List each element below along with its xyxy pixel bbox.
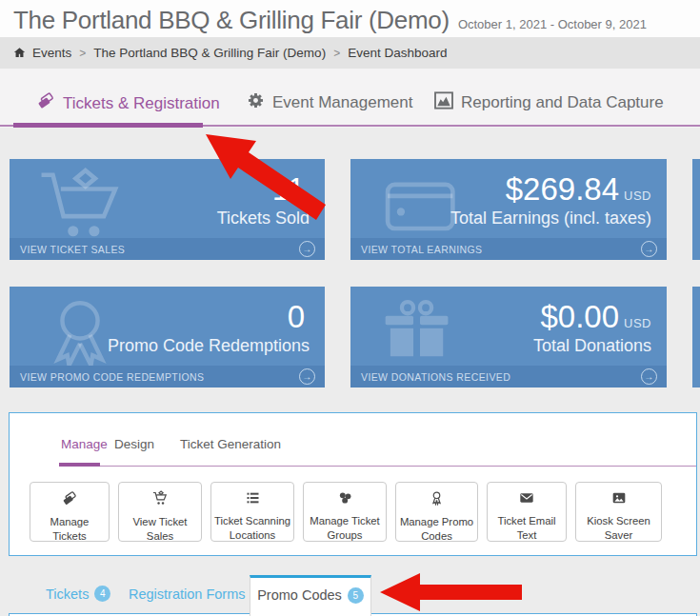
manage-ticket-groups-button[interactable]: Manage Ticket Groups [303, 482, 387, 542]
stat-value: $0.00 [540, 299, 619, 334]
tab-promo-codes[interactable]: Promo Codes 5 [250, 575, 371, 616]
view-donations-received-link[interactable]: VIEW DONATIONS RECEIVED → [350, 366, 667, 387]
stat-value-line: $0.00USD [540, 300, 651, 334]
view-ticket-sales-button[interactable]: View Ticket Sales [118, 482, 202, 542]
stat-value-line: $269.84USD [506, 172, 651, 207]
tab-event-management[interactable]: Event Management [247, 91, 412, 114]
breadcrumb-events[interactable]: Events [32, 46, 71, 60]
event-date-range: October 1, 2021 - October 9, 2021 [458, 17, 647, 31]
circles-cluster-icon [337, 490, 353, 509]
breadcrumb: Events > The Portland BBQ & Grilling Fai… [0, 37, 700, 69]
main-tab-bar: Tickets & Registration E [0, 69, 700, 128]
stat-value-line: 0 [288, 300, 310, 334]
stat-card-partial [692, 159, 700, 260]
stat-label: Promo Code Redemptions [108, 336, 310, 356]
button-label: Manage Tickets [30, 515, 109, 543]
tab-reporting-and-data-capture[interactable]: Reporting and Data Capture [434, 91, 664, 114]
tab-label: Registration Forms [129, 586, 245, 602]
panel-tab-design[interactable]: Design [114, 437, 154, 451]
stat-card-promo-code-redemptions: 0 Promo Code Redemptions VIEW PROMO CODE… [10, 287, 325, 387]
ticket-email-text-button[interactable]: Ticket Email Text [487, 482, 567, 542]
button-label: Kiosk Screen Saver [576, 514, 661, 542]
arrow-circle-right-icon: → [641, 241, 657, 257]
ticket-scanning-locations-button[interactable]: Ticket Scanning Locations [210, 482, 294, 542]
arrow-circle-right-icon: → [299, 368, 315, 385]
shopping-cart-icon [151, 490, 169, 510]
button-label: Manage Ticket Groups [304, 514, 386, 542]
tab-tickets-and-registration[interactable]: Tickets & Registration [36, 91, 220, 115]
arrow-circle-right-icon: → [299, 241, 315, 257]
page-header: The Portland BBQ & Grilling Fair (Demo)O… [0, 0, 700, 37]
card-footer-label: VIEW TICKET SALES [20, 244, 125, 255]
view-ticket-sales-link[interactable]: VIEW TICKET SALES → [10, 238, 325, 260]
view-promo-code-redemptions-link[interactable]: VIEW PROMO CODE REDEMPTIONS → [10, 366, 325, 387]
manage-promo-codes-button[interactable]: Manage Promo Codes [395, 482, 478, 542]
stat-label: Tickets Sold [217, 209, 310, 229]
gear-icon [247, 91, 265, 114]
panel-active-tab-underline [59, 463, 100, 467]
card-footer-label: VIEW DONATIONS RECEIVED [361, 371, 510, 383]
area-chart-icon [434, 91, 453, 114]
promo-codes-count-badge: 5 [348, 587, 364, 604]
stat-card-content: $0.00USD Total Donations [350, 290, 651, 366]
image-icon [610, 490, 628, 509]
tickets-tools-panel: Manage Design Ticket Generation Manage T… [9, 412, 697, 556]
arrow-circle-right-icon: → [641, 368, 657, 385]
panel-tab-manage[interactable]: Manage [61, 437, 108, 451]
panel-tab-ticket-generation[interactable]: Ticket Generation [180, 437, 281, 451]
stat-value: $269.84 [506, 171, 619, 207]
tab-label: Tickets [46, 586, 89, 602]
kiosk-screen-saver-button[interactable]: Kiosk Screen Saver [575, 482, 662, 542]
stat-currency: USD [624, 189, 651, 203]
stat-card-total-earnings: $269.84USD Total Earnings (incl. taxes) … [350, 159, 667, 260]
tab-tickets[interactable]: Tickets 4 [46, 586, 110, 602]
tab-label: Event Management [272, 93, 412, 112]
breadcrumb-current-page: Event Dashboard [348, 46, 447, 60]
stat-value: 11 [272, 171, 305, 207]
stat-card-content: 11 Tickets Sold [10, 163, 310, 238]
panel-tab-divider-line [59, 466, 696, 467]
ticket-tools-button-row: Manage Tickets View Ticket Sales [30, 482, 662, 542]
tab-registration-forms[interactable]: Registration Forms 1 [129, 586, 267, 602]
card-footer-label: VIEW TOTAL EARNINGS [361, 244, 482, 255]
tab-label: Reporting and Data Capture [461, 93, 664, 112]
tickets-icon [61, 490, 78, 510]
card-footer-label: VIEW PROMO CODE REDEMPTIONS [20, 371, 204, 383]
breadcrumb-separator: > [333, 47, 340, 60]
stat-card-content: $269.84USD Total Earnings (incl. taxes) [350, 163, 651, 238]
tickets-count-badge: 4 [94, 586, 110, 602]
tab-label: Promo Codes [257, 587, 342, 603]
stat-currency: USD [624, 316, 651, 330]
button-label: Ticket Scanning Locations [211, 514, 293, 542]
stat-card-total-donations: $0.00USD Total Donations VIEW DONATIONS … [350, 287, 667, 387]
stat-label: Total Earnings (incl. taxes) [450, 209, 651, 229]
breadcrumb-separator: > [79, 47, 86, 60]
manage-tickets-button[interactable]: Manage Tickets [30, 482, 110, 542]
award-ribbon-icon [429, 490, 445, 510]
tickets-icon [36, 91, 55, 115]
active-tab-underline [13, 123, 203, 128]
button-label: Ticket Email Text [488, 514, 566, 542]
red-arrow-left-icon [380, 573, 522, 611]
stat-label: Total Donations [533, 336, 651, 356]
event-dashboard-screen: The Portland BBQ & Grilling Fair (Demo)O… [0, 0, 700, 616]
stat-card-tickets-sold: 11 Tickets Sold VIEW TICKET SALES → [10, 159, 325, 260]
stat-value: 0 [288, 299, 305, 334]
breadcrumb-event-name[interactable]: The Portland BBQ & Grilling Fair (Demo) [93, 46, 326, 60]
stat-card-partial [692, 287, 700, 387]
button-label: View Ticket Sales [119, 515, 201, 543]
stat-card-content: 0 Promo Code Redemptions [10, 290, 310, 366]
view-total-earnings-link[interactable]: VIEW TOTAL EARNINGS → [350, 238, 667, 260]
button-label: Manage Promo Codes [396, 515, 477, 543]
page-title: The Portland BBQ & Grilling Fair (Demo) [0, 0, 450, 35]
stat-value-line: 11 [272, 172, 310, 207]
home-icon[interactable] [13, 47, 26, 59]
list-icon [245, 490, 261, 509]
tab-label: Tickets & Registration [63, 94, 220, 113]
envelope-icon [518, 490, 535, 509]
